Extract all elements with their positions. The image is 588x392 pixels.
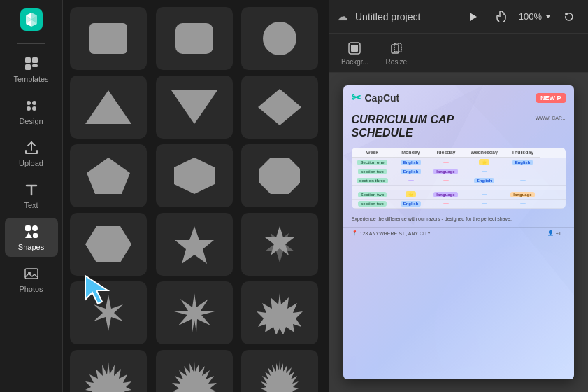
sidebar-item-shapes[interactable]: Shapes (5, 218, 58, 257)
cell-1-wed: ⭐ (464, 158, 505, 167)
cell-5-mon: English (394, 200, 429, 208)
cell-4-week: Section two (352, 190, 394, 199)
shape-circle[interactable] (241, 7, 318, 70)
svg-marker-21 (174, 158, 215, 194)
background-icon (347, 41, 362, 56)
shape-rounded-rect-2[interactable] (156, 7, 233, 70)
design-icon (23, 97, 40, 114)
cell-3-thu (505, 176, 540, 185)
shape-star-5[interactable] (156, 213, 233, 276)
poster-title-line1: CURRICULUM CAP (352, 113, 454, 126)
schedule-header-row: week Monday Tuesday Wednesday Thursday (352, 148, 566, 158)
poster-main-title: CURRICULUM CAP SCHEDULE (352, 113, 454, 139)
shape-spiky-1[interactable] (70, 350, 147, 392)
cell-4-thu: language (505, 190, 540, 199)
sidebar-item-templates-label: Templates (13, 75, 48, 83)
cell-5-wed (464, 200, 505, 208)
svg-marker-19 (258, 89, 301, 125)
poster-title-section: CURRICULUM CAP SCHEDULE WWW. CAP... (343, 110, 574, 145)
poster-url: WWW. CAP... (536, 115, 566, 120)
shape-starburst-1[interactable] (156, 281, 233, 344)
person-icon: 👤 (547, 230, 554, 236)
svg-rect-11 (33, 233, 38, 238)
svg-marker-28 (174, 293, 215, 332)
svg-rect-14 (89, 23, 127, 54)
topbar-actions: 100% (463, 6, 580, 27)
resize-btn[interactable]: Resize (378, 36, 415, 70)
sidebar-item-photos-label: Photos (19, 285, 43, 293)
svg-point-5 (27, 101, 31, 105)
cell-2-week: section two (352, 167, 394, 176)
svg-point-10 (32, 225, 38, 231)
sidebar: Templates Design Upload (0, 0, 63, 392)
svg-marker-33 (470, 13, 477, 21)
cell-3-mon (394, 176, 429, 185)
cell-3-wed: English (464, 176, 505, 185)
poster-footer: 📍 123 ANYWHERE ST., ANY CITY 👤 +1... (343, 227, 574, 239)
poster-contact: 👤 +1... (547, 230, 566, 236)
cell-5-tue (429, 200, 464, 208)
shape-triangle-down[interactable] (156, 76, 233, 139)
sidebar-item-shapes-label: Shapes (18, 243, 44, 251)
cell-2-tue: language (429, 167, 464, 176)
shape-diamond[interactable] (241, 76, 318, 139)
poster-bottom: Experience the difference with our razor… (343, 211, 574, 227)
svg-marker-34 (546, 15, 550, 18)
shape-spiky-3[interactable] (241, 350, 318, 392)
col-wednesday: Wednesday (464, 148, 505, 158)
cell-1-tue (429, 158, 464, 167)
shapes-panel (63, 0, 329, 392)
cell-5-thu (505, 200, 540, 208)
cell-1-mon: English (394, 158, 429, 167)
shape-spiky-2[interactable] (156, 350, 233, 392)
svg-marker-20 (87, 158, 130, 194)
svg-rect-12 (25, 269, 38, 279)
shape-star-8[interactable] (70, 281, 147, 344)
undo-btn[interactable] (559, 6, 580, 27)
project-title: Untitled project (355, 11, 456, 22)
shape-octagon[interactable] (241, 144, 318, 207)
sched-row-3: section three English (352, 176, 566, 186)
topbar: ☁ Untitled project 100% (329, 0, 588, 34)
poster-logo: ✂ CapCut (352, 91, 400, 104)
cell-2-mon: English (394, 167, 429, 176)
cell-4-wed (464, 190, 505, 199)
shape-pentagon[interactable] (70, 144, 147, 207)
shape-hexagon-wide[interactable] (70, 213, 147, 276)
poster-description: Experience the difference with our razor… (352, 216, 566, 223)
sched-row-2: section two English language (352, 167, 566, 176)
app-logo (19, 7, 44, 32)
schedule-table: week Monday Tuesday Wednesday Thursday S… (352, 148, 566, 209)
zoom-control[interactable]: 100% (519, 11, 552, 22)
shape-triangle-up[interactable] (70, 76, 147, 139)
poster-address: 📍 123 ANYWHERE ST., ANY CITY (352, 230, 431, 236)
sidebar-item-upload[interactable]: Upload (5, 134, 58, 173)
sidebar-item-photos[interactable]: Photos (5, 260, 58, 299)
svg-rect-15 (175, 23, 213, 54)
cell-1-week: Section one (352, 158, 394, 167)
shape-star-6[interactable] (241, 213, 318, 276)
shape-starburst-2[interactable] (241, 281, 318, 344)
svg-marker-23 (85, 226, 131, 262)
cell-4-tue: language (429, 190, 464, 199)
sidebar-item-upload-label: Upload (19, 159, 43, 167)
sched-row-4: Section two ⭐ language language (352, 190, 566, 200)
hand-tool-btn[interactable] (491, 6, 512, 27)
play-btn[interactable] (463, 6, 484, 27)
svg-marker-22 (259, 158, 300, 194)
svg-marker-29 (257, 293, 303, 334)
cell-4-mon: ⭐ (394, 190, 429, 199)
background-btn[interactable]: Backgr... (336, 36, 374, 70)
cell-3-tue (429, 176, 464, 185)
col-week: week (352, 148, 394, 158)
svg-point-6 (32, 101, 36, 105)
sidebar-item-design[interactable]: Design (5, 92, 58, 131)
shape-hexagon[interactable] (156, 144, 233, 207)
svg-marker-24 (175, 226, 214, 264)
sidebar-item-templates[interactable]: Templates (5, 50, 58, 89)
svg-marker-18 (171, 90, 217, 124)
svg-rect-3 (25, 64, 31, 70)
editor-area: ☁ Untitled project 100% (329, 0, 588, 392)
shape-rounded-rect-1[interactable] (70, 7, 147, 70)
sidebar-item-text[interactable]: Text (5, 176, 58, 215)
